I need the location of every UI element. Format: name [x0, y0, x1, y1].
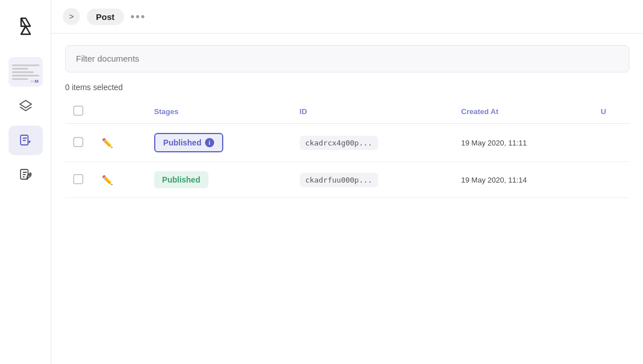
- svg-marker-1: [20, 100, 31, 108]
- col-u: U: [593, 100, 629, 124]
- col-created-at: Created At: [453, 100, 593, 124]
- filter-bar: [65, 45, 629, 72]
- topbar: > Post •••: [51, 0, 643, 34]
- documents-table: Stages ID Created At U ✏️Publishedickadr…: [65, 100, 629, 198]
- main-content: > Post ••• 0 items selected Stages ID Cr…: [51, 0, 643, 364]
- col-id: ID: [292, 100, 453, 124]
- items-selected-label: 0 items selected: [65, 83, 629, 92]
- row-0-edit-cell: ✏️: [91, 124, 146, 162]
- content-area: 0 items selected Stages ID Created At U …: [51, 34, 643, 364]
- row-1-checkbox-cell: [65, 162, 91, 198]
- table-row: ✏️Publishedickadrcx4g00p...19 May 2020, …: [65, 124, 629, 162]
- table-row: ✏️Publishedckadrfuu000p...19 May 2020, 1…: [65, 162, 629, 198]
- col-stages: Stages: [146, 100, 292, 124]
- select-all-checkbox[interactable]: [73, 106, 83, 116]
- row-1-id-cell: ckadrfuu000p...: [292, 162, 453, 198]
- sidebar-item-edit2[interactable]: [9, 160, 43, 189]
- breadcrumb-chevron[interactable]: >: [63, 8, 80, 25]
- col-edit: [91, 100, 146, 124]
- edit2-icon: [19, 168, 33, 181]
- sidebar-item-thumbnail[interactable]: ↔M: [9, 57, 43, 87]
- row-0-id-cell: ckadrcx4g00p...: [292, 124, 453, 162]
- row-1-checkbox[interactable]: [73, 174, 83, 184]
- row-0-date: 19 May 2020, 11:11: [461, 139, 527, 147]
- post-pill[interactable]: Post: [87, 9, 124, 25]
- row-1-u-cell: [593, 162, 629, 198]
- filter-input[interactable]: [76, 54, 618, 63]
- row-0-info-icon[interactable]: i: [205, 138, 214, 147]
- row-1-date: 19 May 2020, 11:14: [461, 176, 527, 184]
- row-0-id: ckadrcx4g00p...: [300, 136, 378, 150]
- row-0-stage-cell: Publishedi: [146, 124, 292, 162]
- row-1-edit-icon[interactable]: ✏️: [99, 172, 115, 188]
- row-0-date-cell: 19 May 2020, 11:11: [453, 124, 593, 162]
- row-1-edit-cell: ✏️: [91, 162, 146, 198]
- row-0-checkbox-cell: [65, 124, 91, 162]
- chevron-right-icon: >: [69, 12, 74, 21]
- row-0-stage-badge[interactable]: Publishedi: [154, 133, 223, 152]
- logo-area: [0, 9, 51, 48]
- row-1-stage-cell: Published: [146, 162, 292, 198]
- row-0-checkbox[interactable]: [73, 137, 83, 147]
- row-0-u-cell: [593, 124, 629, 162]
- more-options-button[interactable]: •••: [131, 10, 146, 23]
- sidebar-item-edit[interactable]: [9, 126, 43, 155]
- edit-icon: [19, 134, 33, 147]
- layers-icon: [19, 99, 33, 113]
- row-1-date-cell: 19 May 2020, 11:14: [453, 162, 593, 198]
- row-1-stage-badge[interactable]: Published: [154, 171, 208, 188]
- row-1-id: ckadrfuu000p...: [300, 173, 378, 187]
- select-all-header[interactable]: [65, 100, 91, 124]
- row-0-edit-icon[interactable]: ✏️: [99, 135, 115, 151]
- app-logo: [13, 14, 38, 39]
- sidebar-navigation: ↔M: [0, 52, 51, 355]
- sidebar-item-layers[interactable]: [9, 91, 43, 121]
- sidebar: ↔M: [0, 0, 51, 364]
- merge-badge: ↔M: [29, 78, 41, 84]
